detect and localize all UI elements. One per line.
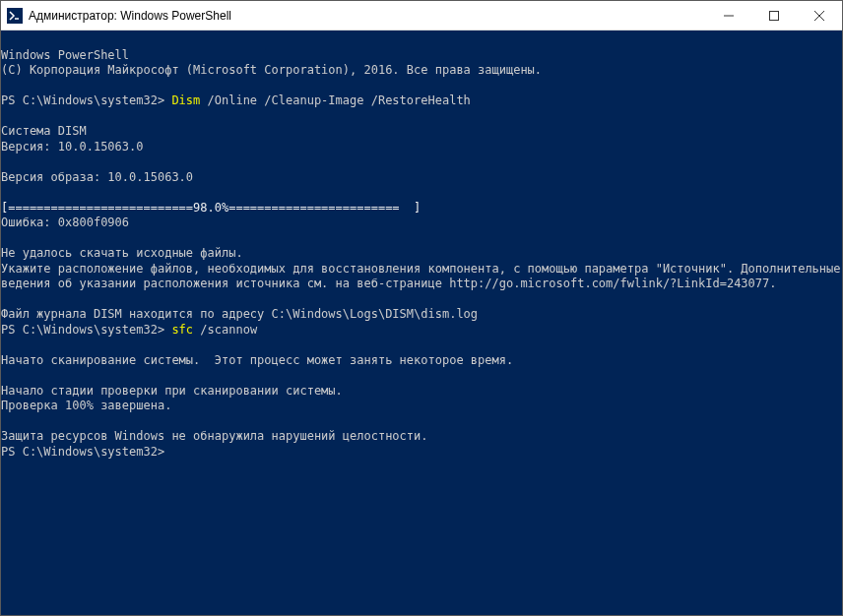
close-button[interactable] [797, 1, 842, 30]
output-blank [1, 109, 8, 123]
titlebar[interactable]: Администратор: Windows PowerShell [1, 1, 842, 31]
output-blank [1, 79, 8, 92]
prompt-line: PS C:\Windows\system32> [1, 445, 164, 459]
progress-bar: [==========================98.0%========… [1, 201, 421, 215]
output-line: Версия: 10.0.15063.0 [1, 140, 144, 154]
output-blank [1, 231, 8, 245]
command: Dism [171, 93, 200, 107]
output-line: Начало стадии проверки при сканировании … [1, 384, 343, 398]
error-line: Ошибка: 0x800f0906 [1, 216, 129, 229]
output-line: ведения об указании расположения источни… [1, 277, 776, 290]
output-line: Файл журнала DISM находится по адресу C:… [1, 307, 478, 321]
prompt-line: PS C:\Windows\system32> sfc /scannow [1, 323, 257, 337]
output-blank [1, 185, 8, 199]
output-line: Защита ресурсов Windows не обнаружила на… [1, 429, 427, 443]
output-line: Не удалось скачать исходные файлы. [1, 246, 243, 260]
minimize-button[interactable] [706, 1, 751, 30]
prompt-line: PS C:\Windows\system32> Dism /Online /Cl… [1, 93, 471, 107]
output-line: Проверка 100% завершена. [1, 399, 171, 412]
output-blank [1, 338, 8, 351]
output-blank [1, 368, 8, 382]
powershell-window: Администратор: Windows PowerShell Window… [0, 0, 843, 616]
output-line: Версия образа: 10.0.15063.0 [1, 170, 193, 184]
output-line: Cистема DISM [1, 124, 87, 138]
output-line: Windows PowerShell [1, 48, 129, 62]
output-blank [1, 292, 8, 306]
window-title: Администратор: Windows PowerShell [29, 9, 706, 23]
output-line: Начато сканирование системы. Этот процес… [1, 353, 513, 367]
command: sfc [171, 323, 193, 337]
window-controls [706, 1, 842, 30]
output-line: Укажите расположение файлов, необходимых… [1, 262, 842, 276]
svg-rect-1 [770, 11, 779, 20]
maximize-button[interactable] [751, 1, 797, 30]
terminal-output[interactable]: Windows PowerShell (C) Корпорация Майкро… [1, 31, 842, 615]
powershell-icon [7, 8, 23, 24]
output-line: (C) Корпорация Майкрософт (Microsoft Cor… [1, 63, 542, 77]
output-blank [1, 154, 8, 168]
output-blank [1, 414, 8, 428]
